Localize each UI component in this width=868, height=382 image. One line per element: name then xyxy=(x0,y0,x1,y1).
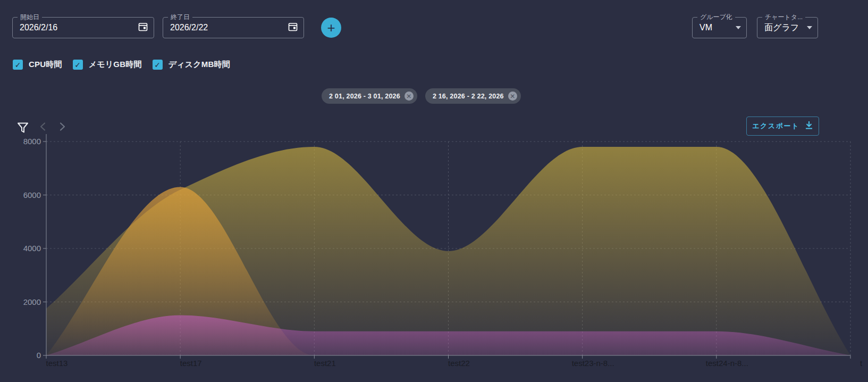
chart-type-select[interactable]: チャートタ... 面グラフ xyxy=(757,17,818,38)
x-axis-tick-label: test23-n-8... xyxy=(572,359,614,368)
y-axis-tick-label: 8000 xyxy=(23,137,41,146)
date-range-chip[interactable]: 2 01, 2026 - 3 01, 2026 ✕ xyxy=(322,88,417,104)
chip-close-icon[interactable]: ✕ xyxy=(508,92,517,101)
chevron-down-icon xyxy=(736,26,741,29)
end-date-label: 終了日 xyxy=(168,13,192,21)
start-date-label: 開始日 xyxy=(18,13,42,21)
group-by-label: グループ化 xyxy=(697,13,735,21)
checkbox-checked-icon[interactable]: ✓ xyxy=(153,60,163,70)
x-axis-tick-label: test17 xyxy=(180,359,202,368)
filter-chip-row: 2 01, 2026 - 3 01, 2026 ✕ 2 16, 2026 - 2… xyxy=(322,88,521,104)
x-axis-tick-label: test22 xyxy=(448,359,470,368)
metric-toggle-disk[interactable]: ✓ ディスクMB時間 xyxy=(153,60,230,70)
y-axis-tick-label: 4000 xyxy=(23,244,41,253)
start-date-input[interactable] xyxy=(20,23,133,32)
checkbox-checked-icon[interactable]: ✓ xyxy=(73,60,83,70)
calendar-icon[interactable] xyxy=(138,21,148,34)
metric-toggle-cpu[interactable]: ✓ CPU時間 xyxy=(13,60,62,70)
group-by-value: VM xyxy=(700,23,731,32)
add-filter-button[interactable]: + xyxy=(321,18,341,38)
chip-label: 2 16, 2026 - 2 22, 2026 xyxy=(433,93,504,100)
x-axis-tick-label: test13 xyxy=(46,359,68,368)
calendar-icon[interactable] xyxy=(288,21,298,34)
chart-type-value: 面グラフ xyxy=(764,22,803,34)
metric-toggle-row: ✓ CPU時間 ✓ メモリGB時間 ✓ ディスクMB時間 xyxy=(13,60,230,70)
group-by-select[interactable]: グループ化 VM xyxy=(692,17,747,38)
y-axis-tick-label: 0 xyxy=(37,351,41,360)
x-axis-tick-label: test24-n-8... xyxy=(706,359,748,368)
chevron-down-icon xyxy=(807,26,812,29)
end-date-input[interactable] xyxy=(170,23,283,32)
y-axis-tick-label: 6000 xyxy=(23,190,41,200)
y-axis-tick-label: 2000 xyxy=(23,297,41,306)
metric-label: メモリGB時間 xyxy=(89,60,142,70)
x-axis-tick-label: test21 xyxy=(314,359,336,368)
usage-area-chart[interactable]: 02000400060008000test13test17test21test2… xyxy=(0,128,868,372)
checkbox-checked-icon[interactable]: ✓ xyxy=(13,60,23,70)
chip-close-icon[interactable]: ✕ xyxy=(404,92,414,101)
chip-label: 2 01, 2026 - 3 01, 2026 xyxy=(329,93,400,100)
plus-icon: + xyxy=(327,21,335,35)
x-axis-tick-label: t xyxy=(860,359,863,368)
end-date-field[interactable]: 終了日 xyxy=(163,17,304,38)
metric-toggle-memory[interactable]: ✓ メモリGB時間 xyxy=(73,60,142,70)
start-date-field[interactable]: 開始日 xyxy=(12,17,154,38)
date-range-chip[interactable]: 2 16, 2026 - 2 22, 2026 ✕ xyxy=(425,88,521,104)
chart-type-label: チャートタ... xyxy=(762,13,805,21)
metric-label: ディスクMB時間 xyxy=(168,60,230,70)
metric-label: CPU時間 xyxy=(29,60,62,70)
area-chart-canvas[interactable]: 02000400060008000test13test17test21test2… xyxy=(0,128,868,372)
